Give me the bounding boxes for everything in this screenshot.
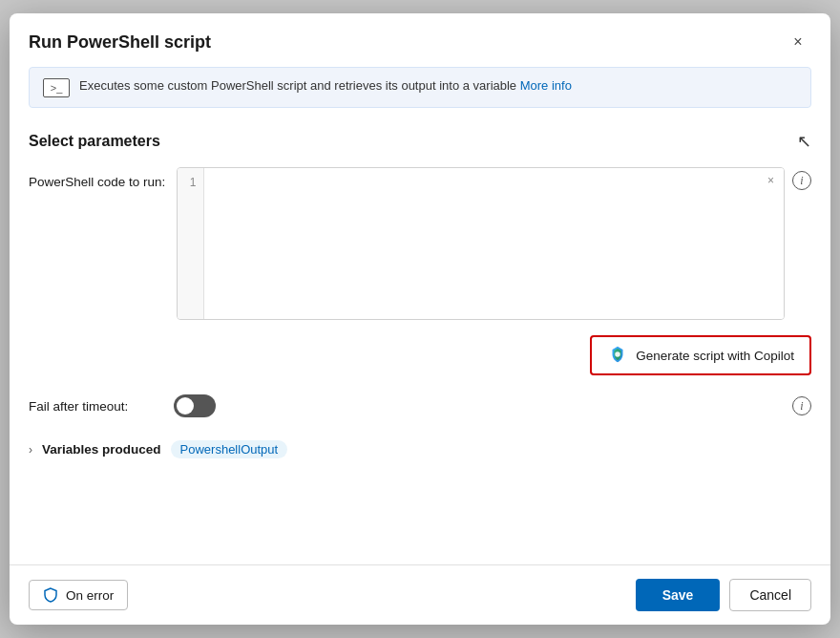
code-editor-wrapper: 1 × i	[177, 167, 811, 320]
toggle-area: i	[174, 394, 811, 417]
generate-button-label: Generate script with Copilot	[636, 349, 794, 363]
variable-badge[interactable]: PowershellOutput	[171, 440, 288, 458]
variables-row: › Variables produced PowershellOutput	[29, 440, 811, 458]
powershell-code-row: PowerShell code to run: 1 × i	[29, 167, 811, 320]
svg-point-0	[615, 351, 620, 357]
dialog-title: Run PowerShell script	[29, 32, 211, 53]
variables-label: Variables produced	[42, 442, 161, 457]
terminal-icon: >_	[43, 78, 70, 97]
save-button[interactable]: Save	[636, 579, 721, 611]
shield-icon	[43, 587, 58, 603]
fail-timeout-row: Fail after timeout: i	[29, 394, 811, 417]
footer-buttons: Save Cancel	[636, 579, 811, 611]
fail-timeout-info-icon[interactable]: i	[792, 396, 811, 415]
copilot-icon	[607, 345, 628, 366]
on-error-button[interactable]: On error	[29, 580, 128, 610]
cancel-button[interactable]: Cancel	[729, 579, 811, 611]
footer: On error Save Cancel	[10, 564, 830, 625]
title-bar: Run PowerShell script ×	[10, 13, 830, 67]
section-header: Select parameters ↖	[10, 123, 830, 167]
chevron-icon[interactable]: ›	[29, 443, 32, 457]
info-banner-text: Executes some custom PowerShell script a…	[79, 77, 797, 95]
code-editor-inner: 1	[178, 168, 784, 319]
clear-button[interactable]: ×	[764, 172, 778, 189]
line-numbers: 1	[178, 168, 204, 319]
code-editor[interactable]: 1 ×	[177, 167, 785, 320]
cursor-icon: ↖	[797, 131, 811, 152]
info-banner: >_ Executes some custom PowerShell scrip…	[29, 67, 811, 108]
section-title: Select parameters	[29, 133, 160, 150]
more-info-link[interactable]: More info	[520, 78, 572, 93]
on-error-label: On error	[66, 588, 114, 603]
toggle-knob	[177, 397, 194, 415]
generate-script-button[interactable]: Generate script with Copilot	[590, 335, 811, 375]
powershell-info-icon[interactable]: i	[792, 171, 811, 190]
generate-button-row: Generate script with Copilot	[174, 335, 811, 375]
powershell-label: PowerShell code to run:	[29, 167, 165, 189]
close-button[interactable]: ×	[785, 29, 811, 55]
fail-timeout-label: Fail after timeout:	[29, 399, 162, 414]
run-powershell-dialog: Run PowerShell script × >_ Executes some…	[10, 13, 830, 625]
code-textarea[interactable]	[204, 168, 784, 319]
content-area: PowerShell code to run: 1 × i	[10, 167, 830, 564]
fail-timeout-toggle[interactable]	[174, 394, 216, 417]
